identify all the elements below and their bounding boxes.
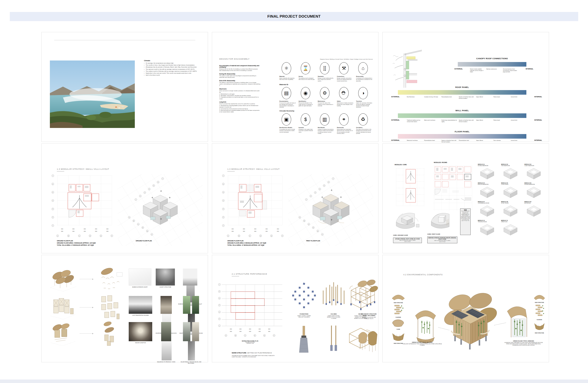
iso-col-letter: E — [147, 230, 148, 232]
principle-section: End-of-life disassemblyThe ability to de… — [219, 80, 260, 87]
layer-label: Plywood/plyboo deck — [459, 140, 475, 142]
handshake-icon: ⚭ — [342, 117, 346, 122]
planters-shape — [390, 304, 406, 316]
grid-row-number: 7 — [223, 175, 224, 177]
facade-caption-title: GREEN FACADE TYPE A: BALCONY — [403, 342, 442, 343]
icon-desc: Select materials with properties that en… — [279, 78, 296, 80]
canopy-cluster-axon — [48, 267, 78, 292]
icon-desc: Gather the necessary information of how … — [356, 102, 373, 108]
grid-row-number: 1 — [223, 225, 224, 226]
step-caption: COLUMNS 120MM-150MM NATURAL BAMBOO STICK… — [319, 313, 348, 319]
grid-col-letter: B — [235, 335, 236, 336]
core-first-caption: CORE: FIRST FLOOR — [427, 234, 440, 235]
module-axon-thumb — [480, 167, 495, 180]
grid-col-label: A — [56, 235, 59, 237]
icon-row-circular-economy: ▣New Business ModelsTo complete the circ… — [278, 113, 374, 134]
reference-photo — [156, 268, 175, 285]
iso-row-number: 7 — [162, 178, 163, 179]
grid-col-letter: C — [79, 235, 80, 237]
icon-cell: ♻CirculationThe value of the products in… — [355, 113, 374, 134]
diagram-source-note: Diagrams Source: Building a Circular Fut… — [304, 59, 373, 60]
layer-label: Plywood/plyboo board — [424, 140, 440, 142]
module-card: MODULE 10 TRAINING ROOM — [478, 220, 501, 237]
arrow-head — [92, 333, 93, 334]
briefcase-icon: ▣ — [284, 117, 289, 122]
grid-row-number: 4 — [219, 304, 220, 306]
document-title: FINAL PROJECT DOCUMENT — [267, 14, 321, 19]
icon-cell: ◉IdentificationPhysical identification o… — [297, 87, 316, 108]
iso-col-letter: D — [313, 227, 314, 228]
bullet-text: Zihuatanejo has dry periods in February,… — [146, 66, 197, 68]
layer-label: Internal finish — [511, 140, 526, 142]
icon-cell: ⚙MaintenanceTo secure the value of the m… — [316, 87, 336, 108]
icon-label: Incentive — [299, 127, 315, 128]
iso-row-number: 2 — [140, 195, 141, 197]
climate-text-block: Climate •On average, the temperatures ar… — [144, 60, 202, 76]
dim-value: 3980 — [90, 231, 102, 232]
dim-value: 3660 — [255, 329, 264, 330]
grid-row-label: 4 — [218, 304, 221, 306]
layer-label: Square-cut bamboo frame with thermal ins… — [459, 120, 475, 122]
iso-row-number: 4 — [149, 188, 150, 190]
section-heading: Long term — [219, 101, 260, 103]
icon-label: New Models — [318, 127, 334, 128]
modules-rooms-heading: MODULES: ROOMS — [434, 162, 447, 163]
grid-col-label: D — [89, 235, 91, 237]
dims-3980: 39803980398039803980 — [226, 331, 274, 332]
icon-circle: ⌂ — [358, 62, 368, 74]
section-heading: During-life disassembly — [219, 73, 260, 75]
grid-row-label: 5 — [52, 191, 54, 193]
layer-label: Plyboo board — [493, 96, 509, 99]
foundations-diagram — [289, 281, 319, 312]
dim-value: 3660 — [250, 228, 261, 230]
note-body: There is a fixed module for the core. It… — [461, 211, 470, 221]
iso-row-number: 2 — [311, 195, 311, 197]
core-plan — [394, 167, 427, 207]
module-catalog: MODULE 01 DOUBLE BEDROOM MODULE 02 TWIN … — [478, 164, 548, 239]
grid-row-label: 7 — [218, 283, 221, 286]
iso-col-label: D — [312, 226, 315, 229]
iso-row-number: 5 — [153, 185, 154, 186]
dim-value: 3980 — [227, 231, 238, 232]
dim-value: 3660 — [79, 228, 90, 230]
module-name: LIVING ROMO — [501, 184, 525, 185]
icon-cell: ⚒ConnectionsDesign reversible connection… — [336, 62, 355, 81]
grid-col-letter: C — [245, 335, 246, 336]
climate-bullet-list: •On average, the temperatures are always… — [144, 62, 202, 76]
right-exploded-stack: ROOF STRUCTURE PLANTERS ROOF STRUCTURE — [531, 292, 548, 334]
icon-label: Identification — [299, 101, 315, 102]
layer-label: Insulation forming 1:40 slope — [424, 96, 440, 99]
bullet-text: On average, the temperatures are always … — [146, 62, 174, 64]
page-title: 2.1 STRUCTURE PERFORMANCE — [232, 273, 267, 275]
grid-row-label: 2 — [218, 318, 221, 320]
dim-value: 3980 — [79, 231, 90, 232]
icon-cell: $IncentiveAll parties in the supply chai… — [297, 113, 316, 134]
plan-captions: GROUND FLOOR PLAN GROUND FLOOR AREA: 9 M… — [57, 240, 122, 246]
layer-label: Water proof membrane — [424, 120, 440, 122]
module-card: MODULE 03 GUEST BEDROOM — [525, 164, 548, 181]
icon-desc: To secure the value of the material, cor… — [318, 102, 334, 106]
bullet-text: The warmest month is July with an averag… — [146, 68, 195, 70]
module-name: DOUBLE BEDROOM — [478, 165, 501, 166]
grid-col-letter: D — [254, 335, 255, 336]
roof-title: ROOF PANEL — [398, 86, 526, 88]
iso-row-label: 6 — [328, 181, 330, 183]
micro-subtitle — [227, 171, 235, 172]
grid-row-number: 3 — [219, 311, 220, 313]
row-axis-labels: 7654321 — [222, 175, 225, 227]
col-axis-labels: ABCDEF — [225, 334, 275, 337]
module-card: MODULE 01 DOUBLE BEDROOM — [478, 164, 501, 181]
grid-row-label: 2 — [52, 216, 54, 219]
internal-label: INTERNAL — [528, 140, 542, 142]
dim-value: 3660 — [226, 329, 236, 330]
canopy-layer-row: EXTERNAL Natural, locally available mate… — [455, 68, 533, 73]
exploded-label: PLANTERS — [531, 319, 548, 320]
document-icon: ▤ — [284, 91, 289, 96]
iso-row-number: 3 — [315, 192, 315, 193]
grid-col-label: E — [270, 235, 273, 237]
module-axon-thumb — [503, 186, 518, 199]
external-label: EXTERNAL — [391, 140, 405, 142]
grid-col-letter: E — [101, 235, 101, 237]
iso-col-label: E — [317, 230, 319, 232]
icon-label: New Business Models — [279, 127, 296, 128]
